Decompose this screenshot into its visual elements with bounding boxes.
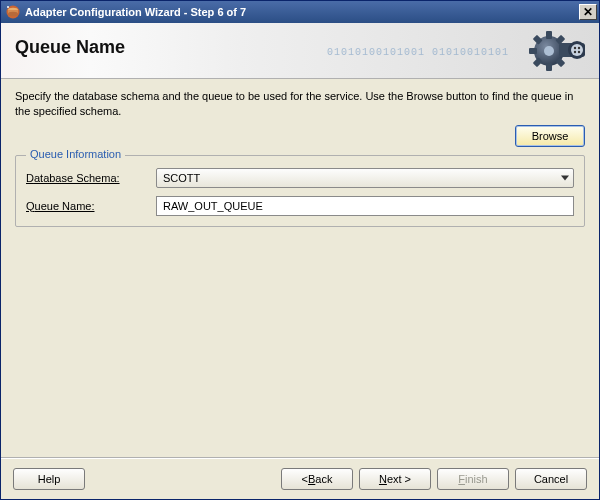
- wizard-window: Adapter Configuration Wizard - Step 6 of…: [0, 0, 600, 500]
- titlebar: Adapter Configuration Wizard - Step 6 of…: [1, 1, 599, 23]
- queue-name-input[interactable]: [156, 196, 574, 216]
- chevron-down-icon: [561, 175, 569, 180]
- group-legend: Queue Information: [26, 148, 125, 160]
- queue-information-group: Queue Information Database Schema: SCOTT…: [15, 155, 585, 227]
- app-icon: [5, 4, 21, 20]
- back-button[interactable]: < Back: [281, 468, 353, 490]
- svg-point-20: [574, 51, 576, 53]
- window-title: Adapter Configuration Wizard - Step 6 of…: [25, 6, 579, 18]
- binary-decoration: 01010100101001 01010010101: [327, 47, 509, 58]
- page-title: Queue Name: [15, 37, 125, 58]
- svg-point-3: [8, 12, 18, 16]
- next-button[interactable]: Next >: [359, 468, 431, 490]
- database-schema-combo[interactable]: SCOTT: [156, 168, 574, 188]
- svg-rect-7: [546, 63, 552, 71]
- wizard-header: Queue Name 01010100101001 01010010101: [1, 23, 599, 79]
- database-schema-label: Database Schema:: [26, 172, 156, 184]
- window-close-button[interactable]: ✕: [579, 4, 597, 20]
- close-icon: ✕: [583, 6, 593, 18]
- svg-point-19: [578, 47, 580, 49]
- browse-row: Browse: [15, 125, 585, 147]
- svg-point-14: [544, 46, 554, 56]
- svg-point-4: [7, 6, 9, 8]
- browse-button[interactable]: Browse: [515, 125, 585, 147]
- database-schema-row: Database Schema: SCOTT: [26, 168, 574, 188]
- svg-rect-6: [546, 31, 552, 39]
- svg-point-18: [574, 47, 576, 49]
- svg-point-17: [571, 44, 583, 56]
- queue-name-label: Queue Name:: [26, 200, 156, 212]
- database-schema-value: SCOTT: [163, 172, 200, 184]
- wizard-body: Specify the database schema and the queu…: [1, 79, 599, 457]
- svg-rect-8: [529, 48, 537, 54]
- finish-button[interactable]: Finish: [437, 468, 509, 490]
- queue-name-row: Queue Name:: [26, 196, 574, 216]
- svg-point-21: [578, 51, 580, 53]
- wizard-footer: Help < Back Next > Finish Cancel: [1, 457, 599, 499]
- cancel-button[interactable]: Cancel: [515, 468, 587, 490]
- instructions-text: Specify the database schema and the queu…: [15, 89, 585, 119]
- help-button[interactable]: Help: [13, 468, 85, 490]
- gear-icon: [529, 29, 585, 75]
